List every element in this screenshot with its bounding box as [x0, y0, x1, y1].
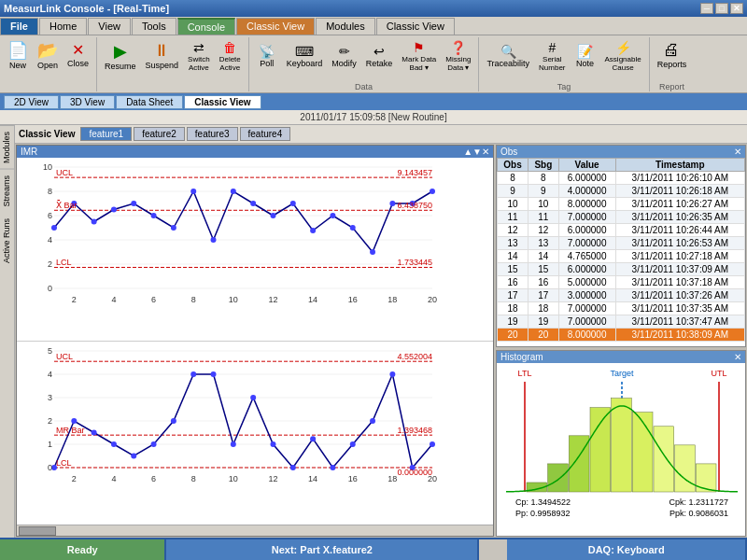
delete-active-button[interactable]: 🗑 DeleteActive [216, 37, 245, 75]
xbar-chart [17, 158, 493, 342]
table-row[interactable]: 13137.0000003/11/2011 10:26:53 AM [498, 237, 745, 250]
status-daq: DAQ: Keyboard [507, 539, 747, 560]
note-button[interactable]: 📝 Note [571, 41, 599, 71]
tab-classic-view[interactable]: Classic View [236, 18, 315, 35]
tab-classic-view-main[interactable]: Classic View [184, 95, 261, 109]
poll-button[interactable]: 📡 Poll [253, 41, 281, 71]
assignable-cause-button[interactable]: ⚡ AssignableCause [601, 37, 645, 75]
table-row[interactable]: 994.0000003/11/2011 10:26:18 AM [498, 185, 745, 198]
tab-home[interactable]: Home [39, 18, 87, 35]
status-ready: Ready [0, 539, 166, 560]
tab-file[interactable]: File [0, 18, 38, 35]
mr-chart [17, 342, 493, 525]
tab-classic-view2[interactable]: Classic View [376, 18, 455, 35]
col-obs: Obs [498, 159, 529, 172]
table-row[interactable]: 11117.0000003/11/2011 10:26:35 AM [498, 211, 745, 224]
modify-button[interactable]: ✏ Modify [328, 41, 360, 71]
obs-table: Obs Sbg Value Timestamp 886.0000003/11/2… [497, 158, 745, 342]
side-tab-active-runs[interactable]: Active Runs [0, 213, 14, 269]
obs-panel: Obs ✕ Obs Sbg Value Timestamp [496, 145, 746, 347]
close-button-tb[interactable]: ✕ Close [63, 38, 92, 71]
mark-data-bad-button[interactable]: ⚑ Mark DataBad ▾ [398, 37, 440, 75]
tab-tools[interactable]: Tools [132, 18, 176, 35]
status-next: Next: Part X.feature2 [166, 539, 479, 560]
table-row[interactable]: 10108.0000003/11/2011 10:26:27 AM [498, 198, 745, 211]
side-tab-modules[interactable]: Modules [0, 125, 14, 169]
title-bar: MeasurLink Console - [Real-Time] ─ □ ✕ [0, 0, 747, 17]
tab-3d-view[interactable]: 3D View [60, 95, 115, 109]
col-sbg: Sbg [529, 159, 558, 172]
tab-modules[interactable]: Modules [316, 18, 375, 35]
open-button[interactable]: 📂 Open [34, 37, 62, 73]
minimize-button[interactable]: ─ [700, 3, 713, 14]
retake-button[interactable]: ↩ Retake [362, 41, 397, 71]
obs-table-container[interactable]: Obs Sbg Value Timestamp 886.0000003/11/2… [497, 158, 745, 346]
toolbar-group-report: 🖨 Reports Report [654, 37, 695, 91]
daq-text: DAQ: Keyboard [588, 544, 665, 555]
col-timestamp: Timestamp [615, 159, 744, 172]
window-title: MeasurLink Console - [Real-Time] [4, 3, 169, 14]
side-tab-streams[interactable]: Streams [0, 169, 14, 213]
histogram-label: Histogram [500, 352, 543, 362]
view-tabs-bar: 2D View 3D View Data Sheet Classic View [0, 93, 747, 110]
missing-data-button[interactable]: ❓ MissingData ▾ [442, 37, 474, 75]
status-bar: Ready Next: Part X.feature2 DAQ: Keyboar… [0, 538, 747, 560]
chart-label-mr: IMR [21, 147, 37, 157]
close-button[interactable]: ✕ [730, 3, 743, 14]
data-panel: Obs ✕ Obs Sbg Value Timestamp [495, 144, 747, 538]
ribbon-tabs: File Home View Tools Console Classic Vie… [0, 17, 747, 35]
timestamp-text: 2011/01/17 15:09:58 [New Routine] [300, 112, 446, 122]
classic-view-header: Classic View feature1 feature2 feature3 … [15, 125, 747, 144]
timestamp-bar: 2011/01/17 15:09:58 [New Routine] [0, 110, 747, 125]
histogram-body [497, 363, 745, 536]
obs-panel-title: Obs ✕ [497, 146, 745, 158]
histogram-close[interactable]: ✕ [734, 352, 741, 362]
serial-number-button[interactable]: # SerialNumber [535, 37, 569, 75]
resume-button[interactable]: ▶ Resume [101, 38, 140, 74]
toolbar: 📄 New 📂 Open ✕ Close ▶ Resume ⏸ Suspend [0, 35, 747, 93]
keyboard-button[interactable]: ⌨ Keyboard [283, 41, 327, 71]
table-row[interactable]: 17173.0000003/11/2011 10:37:26 AM [498, 289, 745, 302]
side-panel: Modules Streams Active Runs [0, 125, 15, 538]
feature-tab-3[interactable]: feature3 [187, 127, 238, 141]
table-row[interactable]: 886.0000003/11/2011 10:26:10 AM [498, 172, 745, 185]
table-row[interactable]: 15156.0000003/11/2011 10:37:09 AM [498, 263, 745, 276]
toolbar-group-session: ▶ Resume ⏸ Suspend ⇄ SwitchActive 🗑 Dele… [101, 37, 249, 91]
tab-2d-view[interactable]: 2D View [4, 95, 59, 109]
traceability-button[interactable]: 🔍 Traceability [483, 41, 533, 71]
obs-label: Obs [500, 147, 517, 157]
suspend-button[interactable]: ⏸ Suspend [142, 38, 183, 73]
new-button[interactable]: 📄 New [4, 37, 32, 73]
switch-active-button[interactable]: ⇄ SwitchActive [184, 37, 214, 75]
next-text: Next: Part X.feature2 [272, 544, 373, 555]
feature-tab-1[interactable]: feature1 [80, 127, 132, 141]
table-row[interactable]: 14144.7650003/11/2011 10:27:18 AM [498, 250, 745, 263]
tab-data-sheet[interactable]: Data Sheet [116, 95, 183, 109]
histogram-panel: Histogram ✕ [496, 350, 746, 537]
histogram-title: Histogram ✕ [497, 351, 745, 363]
table-row[interactable]: 16165.0000003/11/2011 10:37:18 AM [498, 276, 745, 289]
obs-panel-close[interactable]: ✕ [734, 147, 741, 157]
ready-text: Ready [67, 544, 98, 555]
table-row[interactable]: 12126.0000003/11/2011 10:26:44 AM [498, 224, 745, 237]
window-controls: ─ □ ✕ [700, 3, 743, 14]
chart-controls[interactable]: ▲▼✕ [463, 147, 489, 157]
chart-title-bar: IMR ▲▼✕ [17, 146, 493, 158]
feature-tab-4[interactable]: feature4 [240, 127, 291, 141]
chart-area: IMR ▲▼✕ [16, 145, 494, 537]
col-value: Value [558, 159, 615, 172]
classic-view-label: Classic View [19, 129, 75, 139]
feature-tab-2[interactable]: feature2 [134, 127, 185, 141]
toolbar-group-data: 📡 Poll ⌨ Keyboard ✏ Modify ↩ Retake ⚑ Ma… [253, 37, 480, 91]
maximize-button[interactable]: □ [715, 3, 728, 14]
table-row[interactable]: 20208.0000003/11/2011 10:38:09 AM [498, 329, 745, 342]
toolbar-group-file: 📄 New 📂 Open ✕ Close [4, 37, 97, 91]
reports-button[interactable]: 🖨 Reports [654, 37, 691, 72]
tab-view[interactable]: View [88, 18, 131, 35]
toolbar-group-tag: 🔍 Traceability # SerialNumber 📝 Note ⚡ A… [483, 37, 649, 91]
x-axis-scrollbar[interactable] [17, 525, 493, 536]
table-row[interactable]: 18187.0000003/11/2011 10:37:35 AM [498, 302, 745, 315]
status-color-box [479, 539, 507, 560]
table-row[interactable]: 19197.0000003/11/2011 10:37:47 AM [498, 315, 745, 329]
tab-console[interactable]: Console [177, 18, 235, 35]
